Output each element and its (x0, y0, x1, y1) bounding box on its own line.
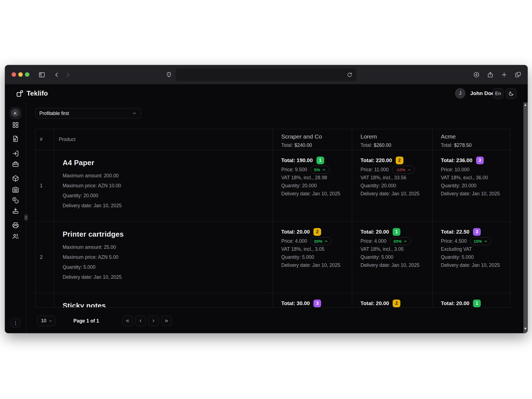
rank-badge: 3 (313, 300, 321, 307)
trend-pill[interactable]: -10% (392, 166, 415, 174)
content-area: K (5, 103, 528, 333)
vat-line: Excluding VAT (441, 245, 510, 253)
first-page-button[interactable] (122, 316, 133, 326)
quote-cell: Total: 236.00 3 Price: 10.000 VAT 18%, e… (433, 150, 510, 222)
company-name: Scraper and Co (281, 133, 352, 140)
sidebar: K (5, 103, 26, 333)
trend-pill[interactable]: 5% (310, 166, 329, 174)
briefcase-icon[interactable] (10, 159, 21, 169)
share-icon[interactable] (487, 65, 494, 84)
total-label: Total: (441, 229, 455, 235)
total-label: Total: (441, 300, 455, 306)
trend-value: 5% (314, 167, 320, 172)
quote-cell: Total: 20.00 2 (352, 293, 433, 308)
rank-badge: 3 (476, 157, 484, 164)
scroll-up-arrow-icon[interactable] (524, 104, 526, 106)
total-label: Total: (281, 300, 295, 306)
warehouse-icon[interactable] (10, 184, 21, 195)
trend-value: 20% (393, 239, 401, 244)
back-icon[interactable] (53, 65, 60, 84)
chevrons-left-icon (125, 318, 130, 323)
quote-cell: Total: 20.00 1 (433, 293, 510, 308)
trend-value: 10% (474, 239, 482, 244)
delivery-line: Delivery date: Jan 10, 2025 (360, 261, 432, 269)
total-value: 236.00 (456, 157, 472, 163)
company-total-label: Total: (441, 142, 452, 148)
quantity-line: Quantity: 5.000 (441, 253, 510, 261)
more-menu-button[interactable] (11, 318, 20, 328)
coins-icon[interactable] (10, 195, 21, 205)
layout-grid-icon[interactable] (10, 120, 21, 130)
product-detail: Maximum price: AZN 10.00 (63, 181, 273, 191)
users-icon[interactable] (10, 231, 21, 241)
sidebar-toggle-icon[interactable] (38, 65, 46, 84)
sort-select[interactable]: Profitable first (35, 108, 141, 119)
product-detail: Maximum amount: 200.00 (63, 171, 273, 181)
quote-cell: Total: 20.00 2 Price: 4.000 20% VAT 18%,… (273, 222, 352, 293)
total-label: Total: (441, 157, 455, 163)
chevron-down-icon (407, 168, 411, 172)
chevron-down-icon (132, 111, 137, 116)
trend-pill[interactable]: 10% (470, 237, 491, 245)
reload-icon[interactable] (347, 72, 352, 78)
address-bar[interactable] (176, 68, 356, 81)
company-column-header: Acme Total:$278.50 (433, 129, 510, 150)
chevron-down-icon (48, 319, 52, 323)
product-name: A4 Paper (63, 158, 273, 167)
chevron-left-icon (138, 318, 143, 323)
minimize-window-button[interactable] (18, 72, 23, 77)
package-icon[interactable] (10, 173, 21, 183)
workspace-avatar-button[interactable]: K (10, 108, 21, 119)
trend-pill[interactable]: 20% (310, 237, 332, 245)
total-value: 220.00 (376, 157, 392, 163)
maximize-window-button[interactable] (25, 72, 29, 77)
brand-name: Teklifo (27, 89, 48, 97)
hard-drive-download-icon[interactable] (10, 206, 21, 216)
product-detail: Delivery date: Jan 10, 2025 (63, 201, 273, 211)
user-avatar[interactable]: J (455, 88, 466, 99)
brand[interactable]: Teklifo (16, 84, 48, 103)
quote-cell: Total: 190.00 1 Price: 9.500 5% VAT 18%,… (273, 150, 352, 222)
page-size-select[interactable]: 10 (37, 316, 55, 326)
workspace-avatar: K (11, 109, 20, 117)
new-tab-icon[interactable] (500, 65, 508, 84)
quote-cell: Total: 22.50 3 Price: 4.500 10% Excludin… (433, 222, 510, 293)
total-label: Total: (281, 229, 295, 235)
user-name: John Doe (470, 84, 494, 103)
app-header: Teklifo J John Doe En (5, 84, 528, 103)
trend-pill[interactable]: 20% (390, 237, 411, 245)
sidebar-resize-handle[interactable] (24, 214, 28, 221)
company-total-label: Total: (360, 142, 372, 148)
next-page-button[interactable] (148, 316, 159, 326)
rank-badge: 1 (316, 157, 324, 164)
page-size-value: 10 (41, 318, 46, 324)
vat-line: VAT 18%, excl., 36.00 (441, 174, 510, 182)
file-box-icon[interactable] (10, 134, 21, 144)
rank-badge: 2 (313, 228, 321, 236)
total-value: 20.00 (297, 229, 310, 235)
theme-toggle-button[interactable] (506, 88, 516, 99)
scroll-down-arrow-icon[interactable] (524, 328, 526, 330)
rank-badge: 1 (473, 300, 481, 307)
forward-icon[interactable] (64, 65, 71, 84)
printer-icon[interactable] (10, 220, 21, 230)
total-value: 20.00 (376, 229, 389, 235)
total-value: 20.00 (456, 300, 470, 306)
rank-badge: 2 (393, 300, 400, 307)
product-cell: A4 Paper Maximum amount: 200.00 Maximum … (54, 150, 273, 222)
last-page-button[interactable] (161, 316, 172, 326)
language-button[interactable]: En (493, 88, 503, 99)
previous-page-button[interactable] (135, 316, 146, 326)
price-line: Price: 10.000 (441, 167, 469, 173)
delivery-line: Delivery date: Jan 10, 2025 (441, 190, 510, 198)
vat-line: VAT 18%, incl., 28.98 (281, 174, 352, 182)
price-line: Price: 4.500 (441, 238, 467, 244)
tab-overview-icon[interactable] (514, 65, 521, 84)
company-name: Lorem (360, 133, 432, 140)
window-scrollbar[interactable] (523, 103, 528, 333)
delivery-line: Delivery date: Jan 10, 2025 (281, 190, 352, 198)
downloads-icon[interactable] (473, 65, 480, 84)
kebab-menu-icon (13, 321, 18, 326)
close-window-button[interactable] (12, 72, 16, 77)
log-in-icon[interactable] (10, 148, 21, 158)
